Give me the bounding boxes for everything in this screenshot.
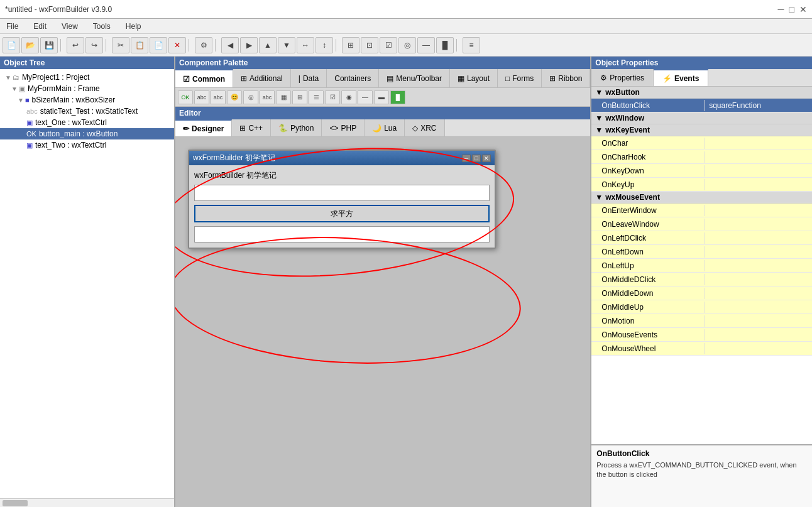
tab-forms[interactable]: □ Forms <box>498 69 542 87</box>
props-value-onleavewindow[interactable] <box>705 223 812 226</box>
form-maximize-btn[interactable]: □ <box>472 155 481 162</box>
props-value-onmiddledown[interactable] <box>705 292 812 295</box>
tab-php[interactable]: <> PHP <box>322 119 365 136</box>
props-value-onkeyup[interactable] <box>705 183 812 186</box>
tb-redo[interactable]: ↪ <box>85 37 103 53</box>
props-value-onmiddleup[interactable] <box>705 306 812 308</box>
props-value-onleftdown[interactable] <box>705 251 812 253</box>
tab-data[interactable]: | Data <box>291 69 327 87</box>
props-row-onbuttonclick[interactable]: OnButtonClick squareFunction <box>591 99 812 112</box>
tb-expand-v[interactable]: ↕ <box>315 37 333 53</box>
props-value-oncharhook[interactable] <box>705 156 812 158</box>
props-row-onkeyup[interactable]: OnKeyUp <box>591 178 812 192</box>
tree-item-frame[interactable]: ▼ ▣ MyFormMain : Frame <box>0 83 174 94</box>
tab-common[interactable]: ☑ Common <box>175 69 233 87</box>
tab-layout[interactable]: ▦ Layout <box>450 69 498 87</box>
menu-tools[interactable]: Tools <box>89 21 114 32</box>
tree-scrollbar[interactable] <box>0 498 174 507</box>
tab-containers[interactable]: Containers <box>327 69 379 87</box>
props-row-onmouseevents[interactable]: OnMouseEvents <box>591 328 812 342</box>
tb-circle[interactable]: ◎ <box>398 37 416 53</box>
tb-snap[interactable]: ⊡ <box>361 37 378 53</box>
tab-python[interactable]: 🐍 Python <box>271 119 322 136</box>
tb-rect[interactable]: █ <box>436 37 454 53</box>
tb-align-top[interactable]: ▲ <box>259 37 277 53</box>
tb-align-left[interactable]: ◀ <box>221 37 239 53</box>
tb-undo[interactable]: ↩ <box>67 37 84 53</box>
menu-edit[interactable]: Edit <box>30 21 50 32</box>
pi-text[interactable]: abc <box>211 90 226 104</box>
pi-radio[interactable]: ◉ <box>341 90 356 104</box>
props-value-onbuttonclick[interactable]: squareFunction <box>705 100 812 111</box>
tb-align2[interactable]: ≡ <box>463 37 480 53</box>
tb-expand-h[interactable]: ↔ <box>297 37 314 53</box>
minimize-button[interactable]: ─ <box>778 4 784 14</box>
tb-check[interactable]: ☑ <box>380 37 397 53</box>
props-row-onmiddledclick[interactable]: OnMiddleDClick <box>591 273 812 286</box>
pi-progress[interactable]: █ <box>390 90 405 104</box>
props-row-onkeydown[interactable]: OnKeyDown <box>591 164 812 178</box>
tree-item-button[interactable]: OK button_main : wxButton <box>0 128 174 139</box>
tree-item-sizer[interactable]: ▼ ■ bSizerMain : wxBoxSizer <box>0 94 174 106</box>
props-row-onmotion[interactable]: OnMotion <box>591 314 812 328</box>
tab-lua[interactable]: 🌙 Lua <box>365 119 405 136</box>
menu-file[interactable]: File <box>3 21 22 32</box>
form-output[interactable] <box>194 226 490 243</box>
tab-ribbon[interactable]: ⊞ Ribbon <box>542 69 590 87</box>
tb-align-right[interactable]: ▶ <box>240 37 258 53</box>
pi-table2[interactable]: ⊞ <box>292 90 307 104</box>
tb-settings[interactable]: ⚙ <box>195 37 212 53</box>
props-value-onmotion[interactable] <box>705 320 812 322</box>
tb-line[interactable]: — <box>417 37 435 53</box>
tab-properties[interactable]: ⚙ Properties <box>591 69 654 86</box>
pi-line[interactable]: — <box>358 90 373 104</box>
tab-cpp[interactable]: ⊞ C++ <box>232 119 271 136</box>
pi-smile[interactable]: 😊 <box>227 90 242 104</box>
tab-menutoolbar[interactable]: ▤ Menu/Toolbar <box>379 69 450 87</box>
section-wxbutton[interactable]: ▼ wxButton <box>591 87 812 99</box>
tab-additional[interactable]: ⊞ Additional <box>233 69 291 87</box>
pi-table[interactable]: ▦ <box>276 90 291 104</box>
form-input-one[interactable] <box>194 185 490 201</box>
pi-grid[interactable]: abc <box>260 90 275 104</box>
props-value-onleftdclick[interactable] <box>705 237 812 239</box>
tab-xrc[interactable]: ◇ XRC <box>405 119 444 136</box>
tab-designer[interactable]: ✏ Designer <box>175 119 232 136</box>
props-value-onchar[interactable] <box>705 142 812 144</box>
tb-paste[interactable]: 📄 <box>150 37 167 53</box>
props-row-oncharhook[interactable]: OnCharHook <box>591 150 812 164</box>
form-button[interactable]: 求平方 <box>194 205 490 222</box>
pi-circle[interactable]: ◎ <box>243 90 258 104</box>
props-row-onleftdown[interactable]: OnLeftDown <box>591 245 812 259</box>
props-row-onleavewindow[interactable]: OnLeaveWindow <box>591 217 812 231</box>
section-wxmouseevent[interactable]: ▼ wxMouseEvent <box>591 192 812 204</box>
pi-check[interactable]: ☑ <box>325 90 340 104</box>
tb-save[interactable]: 💾 <box>40 37 58 53</box>
tab-events[interactable]: ⚡ Events <box>654 69 708 86</box>
props-row-onmiddleup[interactable]: OnMiddleUp <box>591 300 812 314</box>
props-row-onenterwindow[interactable]: OnEnterWindow <box>591 204 812 217</box>
tb-cut[interactable]: ✂ <box>112 37 129 53</box>
props-value-onkeydown[interactable] <box>705 170 812 172</box>
tree-item-textone[interactable]: ▣ text_One : wxTextCtrl <box>0 117 174 128</box>
tb-open[interactable]: 📂 <box>21 37 39 53</box>
pi-slider[interactable]: ▬ <box>374 90 389 104</box>
tb-grid[interactable]: ⊞ <box>342 37 359 53</box>
menu-view[interactable]: View <box>58 21 82 32</box>
props-value-onenterwindow[interactable] <box>705 209 812 212</box>
pi-static[interactable]: abc <box>194 90 209 104</box>
props-value-onmousewheel[interactable] <box>705 347 812 350</box>
menu-help[interactable]: Help <box>122 21 145 32</box>
props-row-onchar[interactable]: OnChar <box>591 136 812 150</box>
props-row-onleftdclick[interactable]: OnLeftDClick <box>591 231 812 245</box>
close-button[interactable]: ✕ <box>799 4 807 14</box>
props-value-onmouseevents[interactable] <box>705 334 812 336</box>
pi-ok[interactable]: OK <box>178 90 193 104</box>
section-wxwindow[interactable]: ▼ wxWindow <box>591 112 812 124</box>
props-row-onmousewheel[interactable]: OnMouseWheel <box>591 342 812 356</box>
maximize-button[interactable]: □ <box>789 4 794 14</box>
props-row-onleftup[interactable]: OnLeftUp <box>591 259 812 273</box>
tb-new[interactable]: 📄 <box>3 37 20 53</box>
tb-align-bottom[interactable]: ▼ <box>278 37 295 53</box>
tb-delete[interactable]: ✕ <box>168 37 186 53</box>
